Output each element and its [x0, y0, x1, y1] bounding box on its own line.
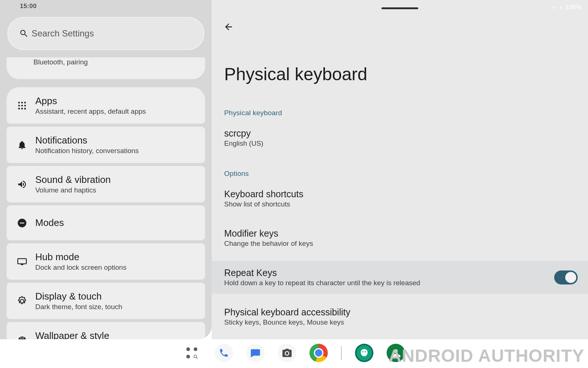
chrome-app-icon[interactable]	[309, 344, 328, 362]
apps-grid-icon	[186, 347, 198, 359]
option-modifier-keys[interactable]: Modifier keys Change the behavior of key…	[212, 222, 588, 254]
messages-app-icon[interactable]	[246, 344, 265, 362]
sidebar-item-sub: Volume and haptics	[35, 186, 111, 194]
sidebar-item-sub: Bluetooth, pairing	[33, 58, 88, 66]
svg-point-1	[21, 102, 23, 103]
svg-point-3	[18, 105, 20, 106]
sidebar-item-sound[interactable]: Sound & vibration Volume and haptics	[7, 166, 205, 202]
sidebar-item-wallpaper[interactable]: Wallpaper & style Colors, themed icons, …	[7, 322, 205, 339]
page-title: Physical keyboard	[224, 64, 368, 84]
search-placeholder: Search Settings	[32, 28, 94, 39]
section-header: Options	[224, 170, 588, 178]
section-physical-keyboard: Physical keyboard scrcpy English (US)	[212, 85, 588, 154]
detail-pane: 100% Physical keyboard Physical keyboard…	[212, 0, 588, 339]
sidebar-item-sub: Assistant, recent apps, default apps	[35, 107, 146, 116]
magisk-app-icon[interactable]	[355, 344, 373, 362]
bell-icon	[17, 140, 27, 150]
svg-point-8	[24, 107, 26, 109]
sidebar-item-label: Wallpaper & style	[35, 330, 130, 339]
sidebar-item-apps[interactable]: Apps Assistant, recent apps, default app…	[7, 87, 205, 124]
taskbar: ANDROID AUTHORITY	[0, 339, 588, 368]
mask-icon	[359, 348, 369, 358]
sidebar-item-label: Sound & vibration	[35, 174, 111, 185]
sidebar-item-notifications[interactable]: Notifications Notification history, conv…	[7, 127, 205, 163]
status-bar-right: 100%	[550, 4, 581, 11]
row-sub: Sticky keys, Bounce keys, Mouse keys	[224, 318, 576, 326]
option-keyboard-shortcuts[interactable]: Keyboard shortcuts Show list of shortcut…	[212, 182, 588, 215]
search-icon	[19, 29, 29, 38]
drag-handle[interactable]	[381, 7, 418, 9]
volume-icon	[17, 179, 27, 190]
row-sub: Hold down a key to repeat its character …	[224, 279, 548, 287]
do-not-disturb-icon	[17, 218, 27, 228]
battery-icon	[559, 4, 563, 11]
row-title: Keyboard shortcuts	[224, 189, 576, 199]
sidebar-item-label: Apps	[35, 95, 146, 107]
back-icon[interactable]	[223, 22, 234, 32]
messages-icon	[250, 347, 261, 358]
search-settings[interactable]: Search Settings	[7, 17, 204, 50]
palette-icon	[17, 335, 27, 340]
apps-icon	[17, 100, 27, 111]
svg-point-6	[18, 107, 20, 109]
phone-app-icon[interactable]	[215, 344, 233, 362]
sidebar-item-sub: Dock and lock screen options	[35, 263, 126, 272]
svg-point-5	[24, 105, 26, 106]
sidebar-item-sub: Dark theme, font size, touch	[35, 303, 122, 311]
settings-list-pane: 15:00 Search Settings Bluetooth, pairing…	[0, 0, 212, 339]
row-title: Repeat Keys	[224, 268, 548, 278]
repeat-keys-toggle[interactable]	[554, 270, 578, 284]
wifi-icon	[550, 4, 557, 11]
sidebar-item-label: Display & touch	[35, 291, 122, 302]
all-apps-button[interactable]	[183, 344, 201, 362]
tablet-icon	[17, 256, 27, 267]
sidebar-item-display[interactable]: Display & touch Dark theme, font size, t…	[7, 283, 205, 319]
row-title: Physical keyboard accessibility	[224, 307, 576, 318]
section-options: Options Keyboard shortcuts Show list of …	[212, 145, 588, 333]
sidebar-item-hub-mode[interactable]: Hub mode Dock and lock screen options	[7, 243, 205, 280]
keyboard-name: scrcpy	[224, 128, 576, 139]
sidebar-item-connected-devices[interactable]: Bluetooth, pairing	[7, 57, 205, 79]
watermark-text: ANDROID AUTHORITY	[388, 346, 584, 366]
sidebar-item-sub: Notification history, conversations	[35, 147, 139, 155]
sidebar-item-label: Notifications	[35, 135, 139, 146]
section-header: Physical keyboard	[224, 109, 588, 117]
option-physical-keyboard-accessibility[interactable]: Physical keyboard accessibility Sticky k…	[212, 300, 588, 333]
row-title: Modifier keys	[224, 228, 576, 239]
sidebar-item-label: Modes	[35, 217, 64, 229]
svg-point-0	[18, 102, 20, 103]
sidebar-item-modes[interactable]: Modes	[7, 205, 205, 240]
svg-point-7	[21, 107, 23, 109]
option-repeat-keys[interactable]: Repeat Keys Hold down a key to repeat it…	[212, 261, 588, 294]
phone-icon	[219, 348, 229, 358]
taskbar-divider	[341, 346, 342, 360]
settings-list[interactable]: Bluetooth, pairing Apps Assistant, recen…	[0, 57, 212, 339]
sidebar-item-label: Hub mode	[35, 251, 126, 263]
row-sub: Show list of shortcuts	[224, 200, 576, 208]
clock-text: 15:00	[20, 3, 37, 10]
svg-point-4	[21, 105, 23, 106]
battery-text: 100%	[566, 4, 581, 11]
camera-app-icon[interactable]	[278, 344, 296, 362]
camera-icon	[282, 347, 293, 358]
svg-point-2	[24, 102, 26, 103]
status-bar-left: 15:00	[0, 0, 212, 13]
row-sub: Change the behavior of keys	[224, 240, 576, 248]
brightness-icon	[17, 296, 27, 306]
